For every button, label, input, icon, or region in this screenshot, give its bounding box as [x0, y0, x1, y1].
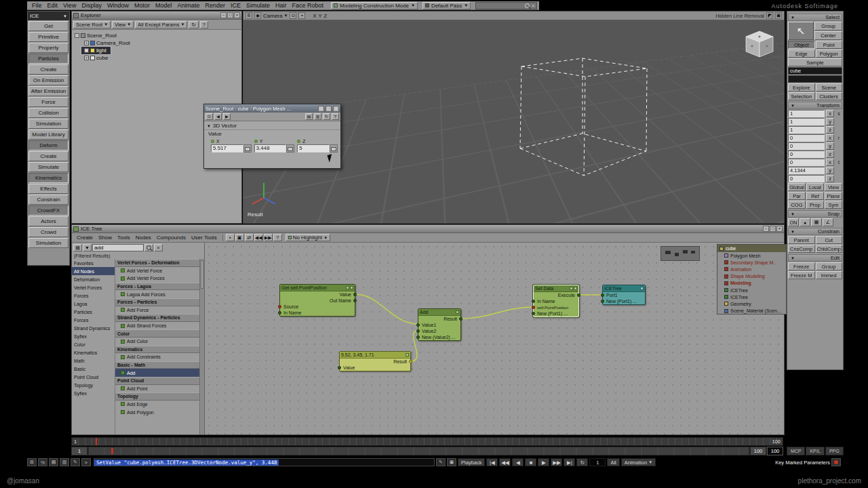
- ice-tree-titlebar[interactable]: ICE Tree − □ ×: [72, 225, 784, 233]
- explore-button[interactable]: Explore: [788, 83, 815, 92]
- history-icon[interactable]: ▤: [49, 458, 58, 466]
- output-port[interactable]: [409, 360, 412, 363]
- node-ppg-icon[interactable]: [350, 286, 353, 289]
- minimize-icon[interactable]: −: [763, 226, 769, 232]
- toolbar-button[interactable]: Particles: [28, 54, 68, 64]
- space-button[interactable]: Sym: [825, 201, 842, 209]
- display-mode-menu[interactable]: Hidden Line Removal: [715, 13, 764, 19]
- output-port[interactable]: [353, 299, 357, 302]
- close-icon[interactable]: ×: [776, 226, 783, 232]
- step-back-button[interactable]: ◀: [512, 458, 524, 466]
- frame-all-icon[interactable]: ⇄: [245, 234, 254, 241]
- chevron-down-icon[interactable]: ▼: [83, 244, 92, 251]
- animation-divot-icon[interactable]: [211, 140, 214, 143]
- category-item[interactable]: Color: [72, 340, 115, 348]
- solo-icon[interactable]: ▣: [775, 12, 782, 19]
- category-item[interactable]: Forces: [72, 291, 115, 300]
- toolbar-button[interactable]: Actors: [28, 216, 68, 226]
- input-port[interactable]: [278, 311, 281, 314]
- pin-icon[interactable]: □: [326, 106, 332, 112]
- node-ppg-icon[interactable]: [574, 287, 577, 290]
- category-item[interactable]: Favorites: [72, 259, 115, 267]
- node-header[interactable]: Set Data: [534, 285, 578, 292]
- menu-item[interactable]: Create: [74, 235, 96, 241]
- category-item[interactable]: Basic: [72, 365, 115, 373]
- node-header[interactable]: Add: [418, 309, 460, 316]
- range-end-field[interactable]: 100: [750, 447, 766, 455]
- script-command-field[interactable]: SetValue "cube.polymsh.ICETree.3DVectorN…: [94, 458, 435, 466]
- clear-search-icon[interactable]: ×: [532, 3, 534, 8]
- snap-on-toggle[interactable]: ON: [788, 218, 799, 226]
- menu-item[interactable]: ICE: [228, 2, 243, 9]
- camera-view-menu[interactable]: Camera ▼: [263, 13, 288, 19]
- node-collapse-icon[interactable]: [640, 287, 644, 290]
- space-button[interactable]: Par: [788, 192, 806, 200]
- fast-rewind-button[interactable]: ◀◀: [499, 458, 511, 466]
- range-start-field[interactable]: 1: [71, 447, 87, 455]
- input-port[interactable]: [278, 305, 281, 308]
- node-preset-item[interactable]: Verlet Forces - Deformation: [115, 259, 199, 267]
- edit-button[interactable]: Freeze: [788, 262, 815, 270]
- node-collapse-icon[interactable]: [346, 286, 349, 289]
- fast-forward-button[interactable]: ▶▶: [551, 458, 562, 466]
- node-icetree-root[interactable]: ICETree Port1 New (Port1) ...: [602, 285, 646, 305]
- node-preset-item[interactable]: Add Verlet Forces: [115, 274, 199, 283]
- menu-item[interactable]: File: [29, 2, 45, 9]
- explorer-filter-dropdown[interactable]: All Except Params▼: [135, 21, 187, 28]
- node-preset-item[interactable]: Add: [115, 369, 199, 377]
- menu-item[interactable]: Motor: [132, 2, 153, 9]
- edit-section-header[interactable]: ▼ Edit: [788, 254, 842, 262]
- axis-toggle[interactable]: X: [313, 13, 316, 19]
- panel-toggle-button[interactable]: MCP: [787, 447, 805, 455]
- value-slider[interactable]: [330, 144, 338, 152]
- node-add[interactable]: Add Result Value1 Value2 New (Value2) ..…: [418, 308, 461, 341]
- sample-button[interactable]: Sample: [788, 58, 842, 66]
- current-frame-box[interactable]: 100: [767, 447, 783, 455]
- scene-button[interactable]: Scene: [816, 83, 843, 92]
- menu-item[interactable]: Display: [79, 2, 104, 9]
- input-port[interactable]: [532, 306, 535, 309]
- scene-search-input[interactable]: [478, 3, 523, 9]
- vector-section-header[interactable]: ▼ 3D Vector: [204, 121, 340, 130]
- node-preset-item[interactable]: Kinematics: [115, 346, 199, 354]
- cube-root-row[interactable]: cube: [717, 245, 786, 252]
- selection-extra-field[interactable]: [788, 75, 842, 83]
- toolbar-button[interactable]: Collision: [28, 108, 68, 118]
- category-item[interactable]: Topology: [72, 381, 115, 389]
- explorer-subrow[interactable]: Polygon Mesh: [717, 252, 786, 259]
- viewport-letter-button[interactable]: B: [245, 12, 252, 19]
- space-button[interactable]: Ref: [806, 192, 824, 200]
- clear-search-icon[interactable]: ×: [154, 244, 163, 251]
- menu-item[interactable]: Model: [153, 2, 175, 9]
- playback-menu[interactable]: Playback: [458, 458, 485, 466]
- construction-mode-dropdown[interactable]: Modeling Construction Mode ▼: [331, 2, 418, 9]
- menu-item[interactable]: Edit: [45, 2, 61, 9]
- eye-icon[interactable]: ⊙: [290, 12, 296, 19]
- navigation-cube[interactable]: [743, 30, 776, 60]
- panel-toggle-button[interactable]: KP/L: [806, 447, 824, 455]
- transform-axis-button[interactable]: x: [826, 134, 834, 142]
- minimap[interactable]: [660, 246, 700, 261]
- menu-item[interactable]: Nodes: [133, 235, 154, 241]
- category-item[interactable]: Forces: [72, 316, 115, 324]
- node-collapse-icon[interactable]: [456, 310, 459, 314]
- space-button[interactable]: Global: [788, 183, 806, 191]
- category-item[interactable]: All Nodes: [72, 267, 115, 275]
- highlight-mode-dropdown[interactable]: No Highlight ▼: [285, 234, 331, 241]
- input-port[interactable]: [532, 300, 535, 303]
- transform-value-field[interactable]: 1: [788, 118, 825, 125]
- transform-mode-label[interactable]: t: [835, 159, 842, 165]
- transform-axis-button[interactable]: y: [826, 142, 834, 150]
- explorer-subrow[interactable]: Secondary Shape M...: [717, 259, 786, 266]
- message-icon[interactable]: »: [81, 458, 91, 466]
- transform-axis-button[interactable]: x: [826, 159, 834, 166]
- space-button[interactable]: View: [825, 183, 842, 191]
- node-preset-item[interactable]: Forces - Lagoa: [115, 283, 199, 291]
- transform-mode-label[interactable]: r: [835, 135, 842, 141]
- transform-axis-button[interactable]: z: [826, 150, 834, 158]
- toolbar-button[interactable]: Simulation: [28, 238, 68, 248]
- input-port[interactable]: [601, 293, 604, 297]
- category-item[interactable]: Kinematics: [72, 348, 115, 357]
- menu-item[interactable]: Render: [202, 2, 228, 9]
- output-port[interactable]: [459, 317, 462, 321]
